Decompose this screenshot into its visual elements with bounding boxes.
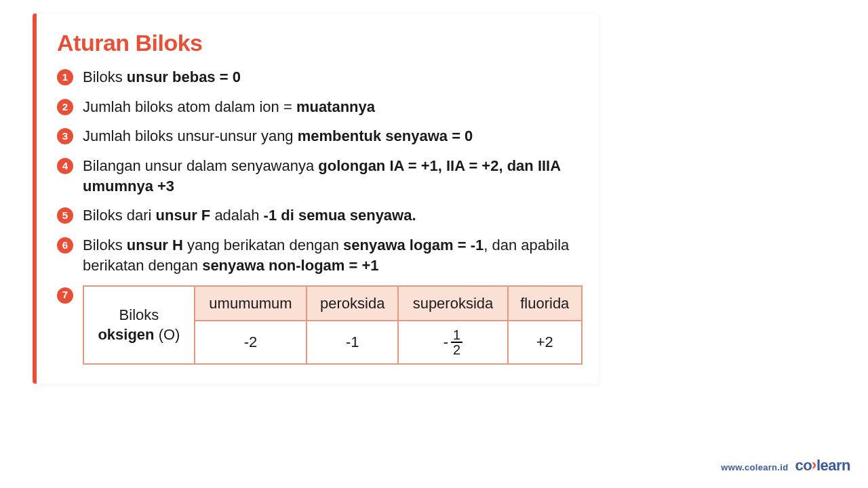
biloks-table-wrapper: Biloks oksigen (O) umumumum peroksida su… <box>83 285 583 365</box>
rule-badge: 3 <box>57 128 73 144</box>
rule-text: Bilangan unsur dalam senyawanya golongan… <box>83 156 583 196</box>
rule-text: Biloks unsur bebas = 0 <box>83 67 241 87</box>
rule-text: Jumlah biloks atom dalam ion = muatannya <box>83 97 375 117</box>
row-label-rest: (O) <box>155 326 180 343</box>
rule-badge: 5 <box>57 207 73 224</box>
rule-badge: 1 <box>57 69 73 85</box>
fraction-value: - 12 <box>443 328 462 357</box>
rule-badge: 4 <box>57 158 73 174</box>
rule-text: Biloks unsur H yang berikatan dengan sen… <box>83 235 583 275</box>
rule-item: 4 Bilangan unsur dalam senyawanya golong… <box>57 156 583 196</box>
col-head: superoksida <box>398 286 507 321</box>
card-title: Aturan Biloks <box>57 30 583 56</box>
rule-item: 5 Biloks dari unsur F adalah -1 di semua… <box>57 205 583 226</box>
biloks-oksigen-table: Biloks oksigen (O) umumumum peroksida su… <box>83 285 583 365</box>
footer: www.colearn.id co›learn <box>721 457 850 474</box>
rule-item: 6 Biloks unsur H yang berikatan dengan s… <box>57 235 583 275</box>
row-label: Biloks oksigen (O) <box>83 286 195 365</box>
table-cell: -1 <box>307 321 398 364</box>
rule-text: Jumlah biloks unsur-unsur yang membentuk… <box>83 126 473 146</box>
footer-url: www.colearn.id <box>721 462 788 472</box>
col-head: fluorida <box>508 286 582 321</box>
row-label-bold: oksigen <box>98 326 154 343</box>
brand-right: learn <box>816 457 850 474</box>
col-head: umumumum <box>195 286 307 321</box>
col-head: peroksida <box>307 286 398 321</box>
rule-text: Biloks dari unsur F adalah -1 di semua s… <box>83 205 416 226</box>
footer-brand: co›learn <box>795 457 850 474</box>
brand-dot-icon: › <box>812 456 816 473</box>
rule-item-table: 7 Biloks oksigen (O) umumumum peroksida … <box>57 285 583 365</box>
table-cell: - 12 <box>398 321 507 364</box>
rule-item: 2 Jumlah biloks atom dalam ion = muatann… <box>57 97 583 117</box>
rule-item: 1 Biloks unsur bebas = 0 <box>57 67 583 87</box>
table-cell: -2 <box>195 321 307 364</box>
table-cell: +2 <box>508 321 582 364</box>
rules-list: 1 Biloks unsur bebas = 0 2 Jumlah biloks… <box>57 67 583 365</box>
rule-item: 3 Jumlah biloks unsur-unsur yang membent… <box>57 126 583 146</box>
table-row: Biloks oksigen (O) umumumum peroksida su… <box>83 286 582 321</box>
rule-badge: 2 <box>57 99 73 115</box>
rule-badge: 6 <box>57 237 73 253</box>
rules-card: Aturan Biloks 1 Biloks unsur bebas = 0 2… <box>33 14 599 384</box>
brand-left: co <box>795 457 812 474</box>
row-label-line1: Biloks <box>119 306 159 323</box>
rule-badge: 7 <box>57 287 73 304</box>
